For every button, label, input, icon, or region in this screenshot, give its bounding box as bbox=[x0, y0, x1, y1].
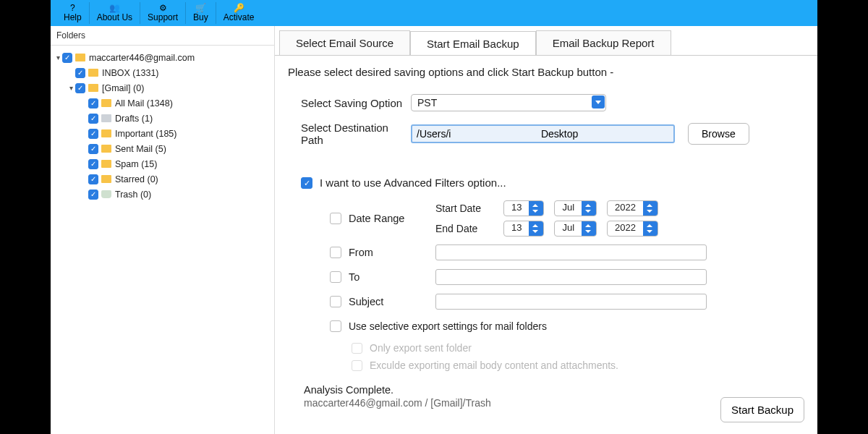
checkbox-account[interactable]: ✓ bbox=[62, 53, 72, 63]
caret-down-icon[interactable]: ▾ bbox=[54, 54, 62, 61]
cart-icon: 🛒 bbox=[195, 4, 206, 12]
checkbox[interactable]: ✓ bbox=[88, 98, 98, 109]
start-year-stepper[interactable]: 2022 bbox=[607, 200, 658, 216]
subject-input[interactable] bbox=[435, 294, 707, 310]
folder-icon bbox=[101, 175, 111, 183]
toolbar-label: Support bbox=[148, 12, 178, 22]
folder-label[interactable]: Sent Mail (5) bbox=[115, 144, 166, 154]
stepper-icon[interactable] bbox=[529, 201, 543, 216]
exclude-label: Exculde exporting email body content and… bbox=[370, 359, 618, 371]
subject-label: Subject bbox=[349, 296, 435, 307]
toolbar-buy[interactable]: 🛒Buy bbox=[186, 2, 216, 24]
folder-label[interactable]: Spam (15) bbox=[115, 159, 157, 169]
stepper-icon[interactable] bbox=[643, 221, 658, 236]
folder-icon bbox=[101, 99, 111, 107]
folder-tree: ▾ ✓ maccarter446@gmail.com ✓ INBOX (1331… bbox=[51, 46, 274, 434]
tab-start-backup[interactable]: Start Email Backup bbox=[410, 31, 536, 56]
folder-icon bbox=[88, 69, 98, 77]
folder-label[interactable]: [Gmail] (0) bbox=[102, 83, 144, 93]
tab-select-source[interactable]: Select Email Source bbox=[279, 30, 410, 55]
from-input[interactable] bbox=[435, 244, 707, 260]
folder-label[interactable]: Starred (0) bbox=[115, 174, 158, 184]
stepper-icon[interactable] bbox=[582, 201, 596, 216]
trash-icon bbox=[101, 190, 111, 198]
browse-button[interactable]: Browse bbox=[688, 123, 749, 145]
folders-sidebar: Folders ▾ ✓ maccarter446@gmail.com ✓ INB… bbox=[51, 26, 275, 434]
stepper-icon[interactable] bbox=[582, 221, 596, 236]
folder-label[interactable]: Important (185) bbox=[115, 129, 176, 139]
saving-option-value: PST bbox=[411, 94, 606, 111]
start-month-stepper[interactable]: Jul bbox=[554, 200, 597, 216]
gear-icon: ⚙ bbox=[159, 4, 167, 12]
chevron-down-icon[interactable] bbox=[592, 95, 605, 109]
from-label: From bbox=[349, 247, 435, 258]
checkbox[interactable]: ✓ bbox=[88, 144, 98, 154]
sidebar-header: Folders bbox=[51, 26, 274, 46]
folder-label[interactable]: Trash (0) bbox=[115, 190, 151, 200]
advanced-filters-checkbox[interactable]: ✓ bbox=[301, 177, 312, 189]
toolbar-about[interactable]: 👥About Us bbox=[90, 2, 140, 24]
toolbar-label: Activate bbox=[224, 12, 255, 22]
only-sent-checkbox bbox=[352, 343, 362, 354]
caret-down-icon[interactable]: ▾ bbox=[67, 84, 75, 92]
folder-label[interactable]: INBOX (1331) bbox=[102, 68, 159, 78]
toolbar-activate[interactable]: 🔑Activate bbox=[216, 2, 262, 24]
content-area: Select Email Source Start Email Backup E… bbox=[275, 26, 817, 434]
stepper-icon[interactable] bbox=[643, 201, 658, 216]
dest-path-input[interactable] bbox=[411, 124, 675, 143]
drafts-icon bbox=[101, 114, 111, 122]
checkbox[interactable]: ✓ bbox=[88, 159, 98, 169]
to-checkbox[interactable] bbox=[330, 271, 341, 283]
dest-path-label: Select Destination Path bbox=[288, 122, 411, 146]
checkbox[interactable]: ✓ bbox=[88, 114, 98, 124]
checkbox-inbox[interactable]: ✓ bbox=[75, 68, 85, 78]
subject-checkbox[interactable] bbox=[330, 296, 341, 307]
folder-icon bbox=[88, 84, 98, 92]
toolbar-label: Buy bbox=[193, 12, 208, 22]
folder-label[interactable]: Drafts (1) bbox=[115, 114, 153, 124]
advanced-filters-label: I want to use Advanced Filters option... bbox=[320, 176, 506, 189]
checkbox[interactable]: ✓ bbox=[88, 174, 98, 184]
selective-checkbox[interactable] bbox=[330, 320, 341, 332]
folder-icon bbox=[101, 160, 111, 168]
folder-label[interactable]: All Mail (1348) bbox=[115, 98, 173, 109]
checkbox[interactable]: ✓ bbox=[88, 129, 98, 139]
end-year-stepper[interactable]: 2022 bbox=[607, 221, 658, 237]
help-icon: ? bbox=[70, 4, 75, 12]
to-label: To bbox=[349, 271, 435, 283]
exclude-checkbox bbox=[352, 360, 362, 371]
daterange-label: Date Range bbox=[349, 213, 435, 224]
backup-panel: Please select desired saving options and… bbox=[275, 55, 817, 434]
start-day-stepper[interactable]: 13 bbox=[503, 200, 544, 216]
tab-backup-report[interactable]: Email Backup Report bbox=[536, 30, 671, 55]
selective-label: Use selective export settings for mail f… bbox=[349, 320, 547, 332]
toolbar-help[interactable]: ?Help bbox=[56, 2, 90, 24]
stepper-icon[interactable] bbox=[529, 221, 543, 236]
saving-option-label: Select Saving Option bbox=[288, 97, 411, 109]
instruction-text: Please select desired saving options and… bbox=[288, 66, 804, 78]
top-toolbar: ?Help 👥About Us ⚙Support 🛒Buy 🔑Activate bbox=[51, 0, 817, 26]
tab-bar: Select Email Source Start Email Backup E… bbox=[275, 26, 817, 55]
toolbar-support[interactable]: ⚙Support bbox=[140, 2, 186, 24]
end-day-stepper[interactable]: 13 bbox=[503, 221, 544, 237]
saving-option-select[interactable]: PST bbox=[411, 94, 606, 111]
from-checkbox[interactable] bbox=[330, 247, 341, 258]
about-icon: 👥 bbox=[109, 4, 120, 12]
start-backup-button[interactable]: Start Backup bbox=[720, 397, 804, 422]
account-label[interactable]: maccarter446@gmail.com bbox=[89, 53, 195, 63]
checkbox[interactable]: ✓ bbox=[88, 190, 98, 200]
to-input[interactable] bbox=[435, 269, 707, 285]
folder-icon bbox=[101, 129, 111, 137]
key-icon: 🔑 bbox=[234, 4, 244, 12]
toolbar-label: About Us bbox=[97, 12, 132, 22]
folder-icon bbox=[75, 54, 85, 61]
checkbox-gmail[interactable]: ✓ bbox=[75, 83, 85, 93]
start-date-label: Start Date bbox=[435, 203, 493, 214]
daterange-checkbox[interactable] bbox=[330, 213, 341, 224]
end-date-label: End Date bbox=[435, 223, 493, 234]
only-sent-label: Only export sent folder bbox=[370, 342, 472, 354]
folder-icon bbox=[101, 145, 111, 153]
toolbar-label: Help bbox=[64, 12, 82, 22]
end-month-stepper[interactable]: Jul bbox=[554, 221, 597, 237]
status-text: Analysis Complete. bbox=[304, 384, 804, 396]
